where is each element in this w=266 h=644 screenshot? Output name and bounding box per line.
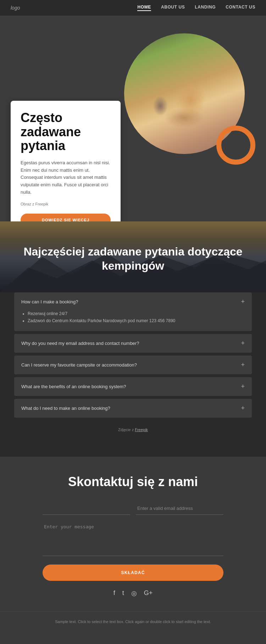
faq-toggle-2[interactable]: + [241, 340, 245, 347]
submit-button[interactable]: SKŁADAĆ [43, 565, 223, 581]
faq-question-2: Why do you need my email address and con… [21, 341, 139, 346]
nav-about[interactable]: ABOUT US [161, 5, 185, 11]
hero-title: Często zadawane pytania [21, 111, 111, 153]
footer-note-text: Sample text. Click to select the text bo… [55, 620, 211, 624]
message-textarea[interactable] [43, 521, 223, 556]
footer: Sample text. Click to select the text bo… [0, 611, 266, 632]
social-icons-row: f t ◎ G+ [43, 589, 223, 597]
form-name-email-row [43, 502, 223, 515]
faq-header-3[interactable]: Can I reserve my favourite campsite or a… [14, 356, 252, 374]
faq-item-3: Can I reserve my favourite campsite or a… [14, 356, 252, 374]
contact-title: Skontaktuj się z nami [43, 474, 223, 489]
faq-attribution: Zdjęcie z Freepik [14, 420, 252, 442]
faq-header-2[interactable]: Why do you need my email address and con… [14, 334, 252, 353]
faq-answer-1: Rezerwuj online 24/7 Zadzwoń do Centrum … [14, 311, 252, 331]
navbar: logo HOME ABOUT US LANDING CONTACT US [0, 0, 266, 16]
email-input[interactable] [136, 502, 223, 515]
faq-section-title: Najczęściej zadawane pytania dotyczące k… [21, 244, 245, 273]
faq-toggle-1[interactable]: + [241, 298, 245, 306]
faq-question-4: What are the benefits of an online booki… [21, 384, 126, 389]
logo: logo [11, 5, 20, 11]
faq-attribution-link[interactable]: Freepik [135, 428, 148, 432]
faq-toggle-5[interactable]: + [241, 404, 245, 412]
faq-question-1: How can I make a booking? [21, 299, 78, 304]
faq-question-3: Can I reserve my favourite campsite or a… [21, 362, 137, 368]
hero-cta-button[interactable]: DOWIEDZ SIĘ WIĘCEJ [21, 214, 111, 221]
googleplus-icon[interactable]: G+ [144, 589, 153, 597]
faq-toggle-3[interactable]: + [241, 361, 245, 369]
faq-header-1[interactable]: How can I make a booking? + [14, 292, 252, 311]
faq-item-5: What do I need to make an online booking… [14, 399, 252, 418]
hero-attribution: Obraz z Freepik [21, 201, 111, 208]
instagram-icon[interactable]: ◎ [131, 589, 137, 597]
nav-home[interactable]: HOME [137, 5, 151, 11]
faq-toggle-4[interactable]: + [241, 383, 245, 390]
twitter-icon[interactable]: t [122, 589, 124, 597]
faq-answer-1-item-2: Zadzwoń do Centrum Kontaktu Parków Narod… [28, 318, 245, 323]
name-input[interactable] [43, 502, 130, 515]
contact-section: Skontaktuj się z nami SKŁADAĆ f t ◎ G+ [0, 457, 266, 611]
faq-answer-1-item-1: Rezerwuj online 24/7 [28, 311, 245, 316]
faq-item-4: What are the benefits of an online booki… [14, 377, 252, 396]
faq-header-5[interactable]: What do I need to make an online booking… [14, 399, 252, 418]
hero-card: Często zadawane pytania Egestas purus vi… [11, 101, 121, 221]
hero-body: Egestas purus viverra accumsan in nisl n… [21, 159, 111, 196]
faq-header-4[interactable]: What are the benefits of an online booki… [14, 377, 252, 396]
decorative-ring [216, 126, 255, 165]
hero-section: Często zadawane pytania Egestas purus vi… [0, 16, 266, 221]
nav-links: HOME ABOUT US LANDING CONTACT US [137, 5, 255, 11]
faq-section: How can I make a booking? + Rezerwuj onl… [0, 292, 266, 457]
contact-form: SKŁADAĆ [43, 502, 223, 581]
facebook-icon[interactable]: f [113, 589, 115, 597]
faq-question-5: What do I need to make an online booking… [21, 406, 110, 411]
faq-banner: Najczęściej zadawane pytania dotyczące k… [0, 221, 266, 292]
nav-contact[interactable]: CONTACT US [226, 5, 255, 11]
faq-item-1: How can I make a booking? + Rezerwuj onl… [14, 292, 252, 331]
nav-landing[interactable]: LANDING [195, 5, 216, 11]
faq-item-2: Why do you need my email address and con… [14, 334, 252, 353]
